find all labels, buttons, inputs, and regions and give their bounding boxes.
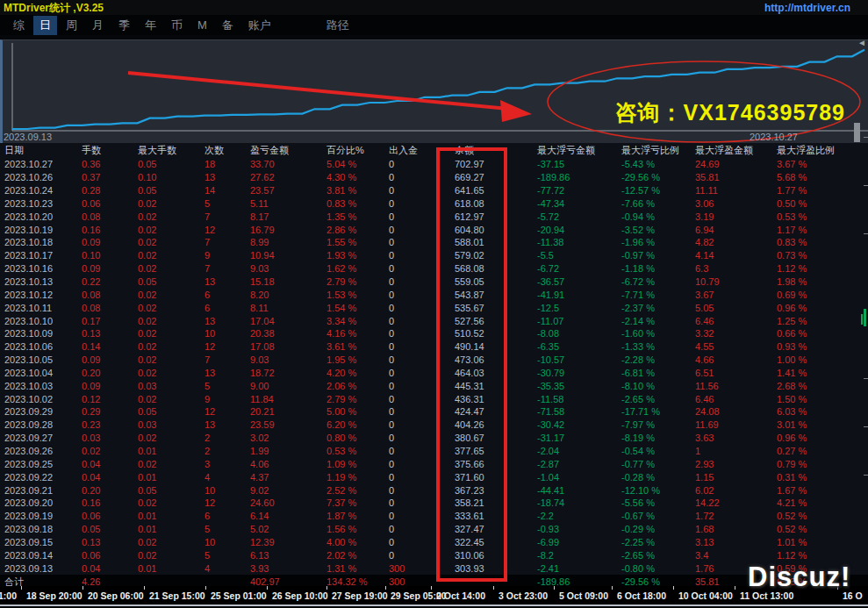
table-row[interactable]: 2023.10.240.280.051423.573.81 %0641.65-7… bbox=[0, 184, 868, 197]
cell-4: 9.03 bbox=[246, 354, 322, 365]
table-row[interactable]: 2023.09.280.230.031323.596.20 %0404.26-3… bbox=[0, 418, 868, 432]
cell-1: 0.04 bbox=[77, 459, 133, 469]
table-row[interactable]: 2023.09.190.060.0166.141.87 %0333.61-2.2… bbox=[0, 510, 868, 523]
table-row[interactable]: 2023.10.180.090.0278.991.55 %0588.01-11.… bbox=[0, 236, 868, 249]
table-row[interactable]: 2023.10.090.130.021020.384.16 %0510.52-8… bbox=[0, 327, 868, 340]
table-row[interactable]: 2023.10.110.080.0268.111.54 %0535.67-12.… bbox=[0, 301, 868, 314]
menu-item-6[interactable]: 币 bbox=[165, 16, 189, 35]
table-row[interactable]: 2023.10.200.080.0278.171.35 %0612.97-5.7… bbox=[0, 210, 868, 223]
cell-4: 20.21 bbox=[246, 406, 322, 417]
cell-9: -2.25 % bbox=[617, 537, 691, 547]
table-row[interactable]: 2023.09.140.060.0256.132.02 %0310.06-8.2… bbox=[0, 548, 868, 562]
cell-2: 0.02 bbox=[133, 550, 200, 561]
table-row[interactable]: 2023.10.170.100.02910.941.93 %0579.02-5.… bbox=[0, 249, 868, 262]
table-row[interactable]: 2023.09.270.030.0223.020.80 %0380.67-31.… bbox=[0, 432, 868, 445]
table-row[interactable]: 2023.09.200.160.021224.607.37 %0358.21-1… bbox=[0, 497, 868, 510]
cell-11: 0.69 % bbox=[772, 290, 864, 300]
time-axis-label: 21 Sep 15:00 bbox=[149, 590, 205, 601]
cell-6: 0 bbox=[384, 290, 450, 300]
scroll-left-arrow-icon[interactable]: ◄ bbox=[857, 38, 866, 47]
cell-5: 2.79 % bbox=[322, 276, 384, 287]
cell-7: 375.66 bbox=[450, 459, 533, 469]
cell-2: 0.05 bbox=[133, 485, 200, 496]
menu-item-2[interactable]: 周 bbox=[60, 16, 83, 35]
cell-11: 0.53 % bbox=[772, 211, 864, 222]
table-row[interactable]: 2023.09.130.040.0143.931.31 %300303.93-2… bbox=[0, 562, 868, 575]
cell-4: 4.06 bbox=[246, 459, 322, 469]
menu-item-0[interactable]: 综 bbox=[7, 16, 31, 35]
menu-item-10[interactable]: 路径 bbox=[320, 16, 355, 35]
chart-end-date: 2023.10.27 bbox=[750, 132, 798, 142]
table-row[interactable]: 2023.10.020.120.02911.842.79 %0436.31-11… bbox=[0, 392, 868, 405]
table-row[interactable]: 2023.09.260.020.0121.990.53 %0377.65-2.0… bbox=[0, 445, 868, 458]
cell-11: 0.52 % bbox=[772, 511, 864, 521]
total-row[interactable]: 合计4.26402.97134.32 %300-189.86-29.56 %35… bbox=[0, 575, 868, 586]
table-row[interactable]: 2023.09.220.040.0144.371.19 %0371.60-1.0… bbox=[0, 470, 868, 483]
table-row[interactable]: 2023.10.040.200.021318.724.20 %0464.03-3… bbox=[0, 367, 868, 380]
cell-7: 473.06 bbox=[450, 354, 533, 365]
cell-10: 6.02 bbox=[691, 485, 772, 496]
site-url-link[interactable]: http://mtdriver.cn bbox=[764, 2, 850, 14]
table-row[interactable]: 2023.10.190.160.021216.792.86 %0604.80-2… bbox=[0, 223, 868, 236]
menu-item-7[interactable]: M bbox=[191, 17, 213, 33]
cell-4: 3.93 bbox=[246, 563, 322, 574]
table-row[interactable]: 2023.10.030.090.0359.002.06 %0445.31-35.… bbox=[0, 379, 868, 392]
table-row[interactable]: 2023.10.260.370.101327.624.30 %0669.27-1… bbox=[0, 171, 868, 184]
cell-0: 合计 bbox=[0, 576, 77, 587]
menu-item-3[interactable]: 月 bbox=[86, 16, 110, 35]
bottom-divider bbox=[0, 604, 868, 606]
cell-3: 13 bbox=[200, 368, 246, 378]
cell-1: 4.26 bbox=[77, 576, 133, 586]
cell-2: 0.02 bbox=[133, 354, 200, 365]
cell-4: 8.11 bbox=[246, 303, 322, 313]
time-axis-tick bbox=[326, 586, 327, 590]
cell-3: 13 bbox=[200, 172, 246, 182]
menu-item-4[interactable]: 季 bbox=[112, 16, 136, 35]
table-row[interactable]: 2023.10.160.090.0279.031.62 %0568.08-6.7… bbox=[0, 262, 868, 275]
cell-0: 2023.09.21 bbox=[0, 485, 77, 496]
cell-1: 0.12 bbox=[77, 394, 133, 404]
cell-1: 0.17 bbox=[77, 316, 133, 326]
cell-9: -6.72 % bbox=[617, 276, 691, 287]
cell-4: 17.04 bbox=[246, 316, 322, 326]
cell-0: 2023.09.25 bbox=[0, 459, 77, 469]
scrollbar-tick bbox=[864, 426, 868, 427]
menu-item-5[interactable]: 年 bbox=[139, 16, 162, 35]
cell-1: 0.06 bbox=[77, 550, 133, 561]
table-row[interactable]: 2023.09.290.290.051220.215.00 %0424.47-7… bbox=[0, 405, 868, 418]
menu-item-8[interactable]: 备 bbox=[216, 16, 240, 35]
table-row[interactable]: 2023.10.100.170.021317.043.34 %0527.56-1… bbox=[0, 314, 868, 327]
table-row[interactable]: 2023.09.150.130.021012.394.00 %0322.45-6… bbox=[0, 535, 868, 548]
time-axis-tick bbox=[82, 586, 83, 590]
cell-0: 2023.10.06 bbox=[0, 341, 77, 352]
cell-0: 2023.10.10 bbox=[0, 316, 77, 326]
table-row[interactable]: 2023.10.230.060.0255.110.83 %0618.08-47.… bbox=[0, 197, 868, 211]
table-row[interactable]: 2023.09.180.050.0155.021.56 %0327.47-0.9… bbox=[0, 523, 868, 536]
table-row[interactable]: 2023.09.210.200.05109.022.52 %0367.23-44… bbox=[0, 483, 868, 497]
cell-6: 0 bbox=[384, 419, 450, 430]
table-row[interactable]: 2023.10.130.220.051315.182.79 %0559.05-3… bbox=[0, 275, 868, 289]
table-row[interactable]: 2023.10.050.090.0279.031.95 %0473.06-10.… bbox=[0, 354, 868, 367]
cell-0: 2023.10.20 bbox=[0, 211, 77, 222]
cell-0: 2023.09.18 bbox=[0, 524, 77, 534]
cell-6: 0 bbox=[384, 550, 450, 561]
cell-1: 0.09 bbox=[77, 237, 133, 247]
cell-2: 0.02 bbox=[133, 316, 200, 326]
column-header-4: 盈亏金额 bbox=[246, 144, 322, 157]
cell-0: 2023.10.04 bbox=[0, 368, 77, 378]
table-row[interactable]: 2023.10.060.140.021217.083.61 %0490.14-6… bbox=[0, 340, 868, 354]
table-row[interactable]: 2023.10.120.080.0268.201.53 %0543.87-41.… bbox=[0, 288, 868, 301]
cell-2: 0.03 bbox=[133, 381, 200, 391]
cell-0: 2023.09.28 bbox=[0, 419, 77, 430]
cell-5: 134.32 % bbox=[322, 576, 384, 586]
cell-6: 0 bbox=[384, 250, 450, 261]
table-row[interactable]: 2023.09.250.040.0234.061.09 %0375.66-2.8… bbox=[0, 457, 868, 470]
menu-item-1[interactable]: 日 bbox=[33, 16, 57, 35]
cell-4: 8.17 bbox=[246, 211, 322, 222]
table-row[interactable]: 2023.10.270.360.051833.705.04 %0702.97-3… bbox=[0, 158, 868, 171]
cell-2: 0.02 bbox=[133, 211, 200, 222]
menu-item-9[interactable]: 账户 bbox=[242, 16, 277, 35]
cell-3: 13 bbox=[200, 276, 246, 287]
cell-1: 0.13 bbox=[77, 328, 133, 339]
scrollbar-handle[interactable] bbox=[854, 123, 860, 142]
